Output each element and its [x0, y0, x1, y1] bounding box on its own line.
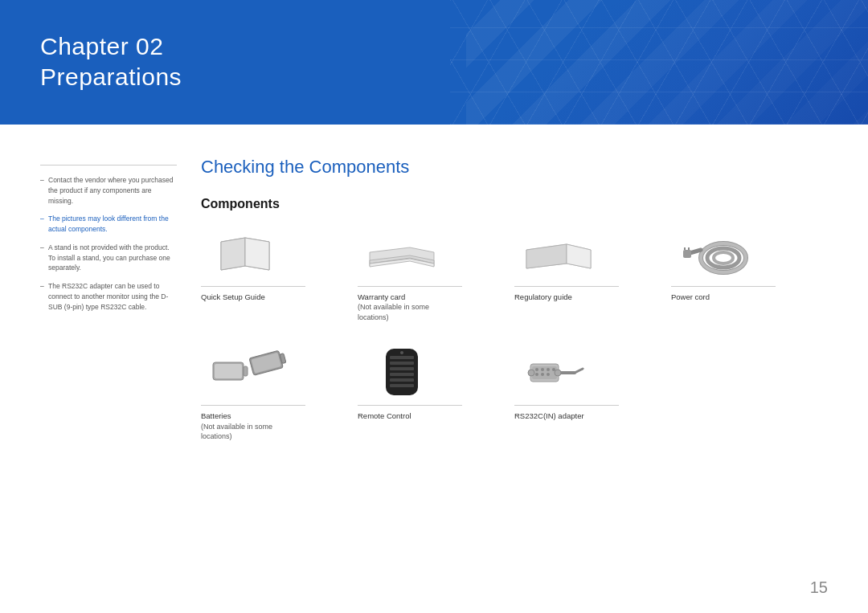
svg-point-34: [541, 368, 544, 371]
svg-point-12: [714, 252, 733, 264]
svg-rect-26: [390, 367, 414, 370]
remote-control-icon: [358, 346, 446, 398]
chapter-title: Preparations: [40, 61, 182, 92]
regulatory-guide-icon: [514, 227, 603, 280]
sidebar-note-3: A stand is not provided with the product…: [40, 243, 177, 273]
svg-rect-18: [244, 366, 248, 376]
section-title: Checking the Components: [201, 157, 828, 178]
sidebar: Contact the vendor where you purchased t…: [40, 157, 177, 442]
content-area: Checking the Components Components Quick…: [201, 157, 828, 442]
svg-rect-14: [683, 250, 691, 258]
header-banner: Chapter 02 Preparations: [0, 0, 868, 125]
svg-marker-7: [526, 244, 567, 268]
hex-pattern: [450, 0, 868, 125]
svg-point-33: [535, 368, 538, 371]
sidebar-note-2: The pictures may look different from the…: [40, 214, 177, 235]
power-cord-label: Power cord: [671, 286, 776, 302]
rs232c-adapter-icon: [514, 346, 603, 398]
rs232c-adapter-label: RS232C(IN) adapter: [514, 405, 619, 421]
component-regulatory-guide: Regulatory guide: [514, 227, 671, 322]
svg-point-35: [547, 368, 550, 371]
sidebar-divider: [40, 165, 177, 166]
svg-rect-24: [390, 356, 414, 359]
component-power-cord: Power cord: [671, 227, 828, 322]
page-number: 15: [810, 578, 828, 597]
batteries-icon: [201, 346, 289, 398]
svg-point-30: [400, 351, 403, 354]
svg-point-39: [547, 373, 550, 376]
svg-point-43: [555, 370, 561, 376]
warranty-card-label: Warranty card (Not available in some loc…: [358, 286, 462, 322]
svg-marker-2: [245, 238, 269, 270]
component-remote-control: Remote Control: [358, 346, 514, 441]
svg-rect-27: [390, 373, 414, 376]
svg-point-37: [535, 373, 538, 376]
remote-control-label: Remote Control: [358, 405, 462, 421]
svg-line-41: [575, 369, 583, 373]
quick-setup-guide-label: Quick Setup Guide: [201, 286, 305, 302]
component-warranty-card: Warranty card (Not available in some loc…: [358, 227, 514, 322]
sidebar-note-1: Contact the vendor where you purchased t…: [40, 175, 177, 206]
regulatory-guide-label: Regulatory guide: [514, 286, 619, 302]
svg-marker-8: [567, 244, 591, 268]
svg-rect-19: [215, 364, 242, 378]
power-cord-icon: [671, 227, 760, 280]
svg-point-42: [528, 370, 534, 376]
quick-setup-guide-icon: [201, 227, 289, 280]
warranty-card-icon: [358, 227, 446, 280]
svg-point-38: [541, 373, 544, 376]
subsection-title: Components: [201, 197, 828, 211]
main-content: Contact the vendor where you purchased t…: [0, 125, 868, 466]
component-quick-setup-guide: Quick Setup Guide: [201, 227, 358, 322]
svg-rect-22: [251, 353, 281, 374]
svg-rect-29: [390, 384, 414, 387]
component-rs232c-adapter: RS232C(IN) adapter: [514, 346, 671, 441]
components-grid: Quick Setup Guide Warranty card (Not ava…: [201, 227, 828, 442]
chapter-label: Chapter 02: [40, 32, 182, 61]
svg-rect-23: [386, 349, 418, 395]
component-batteries: Batteries (Not available in some locatio…: [201, 346, 358, 441]
svg-rect-28: [390, 378, 414, 382]
batteries-label: Batteries (Not available in some locatio…: [201, 405, 305, 441]
svg-marker-1: [221, 238, 245, 270]
svg-rect-25: [390, 362, 414, 365]
header-text: Chapter 02 Preparations: [40, 32, 182, 92]
sidebar-note-4: The RS232C adapter can be used to connec…: [40, 281, 177, 312]
